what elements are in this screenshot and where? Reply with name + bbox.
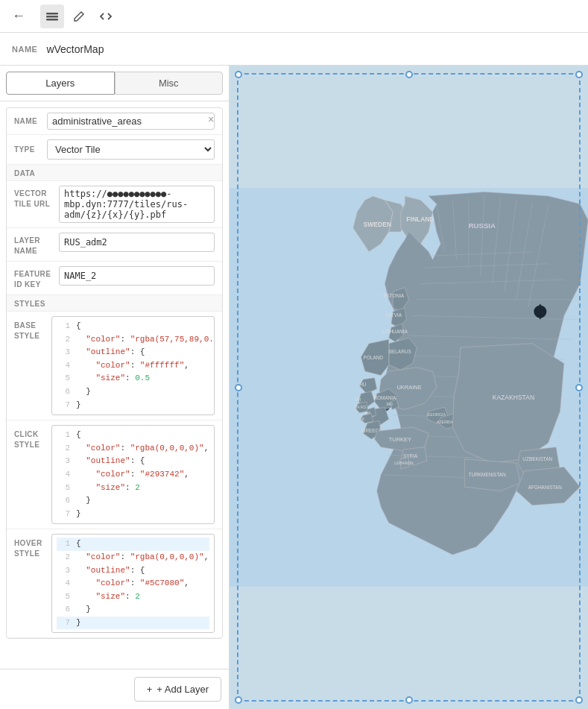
click-style-label: ClickStyle <box>14 425 51 450</box>
code-icon <box>98 9 113 24</box>
edit-toolbar-button[interactable] <box>67 4 91 28</box>
name-row-label: NAME <box>14 117 47 125</box>
svg-rect-1 <box>46 16 58 18</box>
svg-text:FINLAND: FINLAND <box>406 215 434 223</box>
layer-card: × NAME TYPE Vector Tile GeoJSON WMS D <box>6 107 223 639</box>
svg-text:MD: MD <box>387 402 393 406</box>
widget-name-value: wVectorMap <box>46 43 104 55</box>
panel-content: × NAME TYPE Vector Tile GeoJSON WMS D <box>0 101 229 669</box>
layer-name-input[interactable] <box>59 233 215 252</box>
styles-section-header: STYLES <box>7 295 222 312</box>
add-layer-icon: + <box>147 684 153 695</box>
svg-text:TURKEY: TURKEY <box>389 436 411 443</box>
svg-text:UZBEKISTAN: UZBEKISTAN <box>522 456 552 461</box>
svg-text:HU: HU <box>359 382 367 387</box>
map-area: SWEDEN FINLAND <box>230 66 588 709</box>
data-section-header: DATA <box>7 165 222 181</box>
name-bar: NAME wVectorMap <box>0 33 588 66</box>
layers-icon <box>45 9 60 24</box>
svg-text:BA RS: BA RS <box>355 405 367 409</box>
tabs-bar: Layers Misc <box>0 66 229 101</box>
base-style-editor[interactable]: 1{ 2 "color": "rgba(57,75,89,0.52)", 3 "… <box>51 316 215 415</box>
click-style-editor[interactable]: 1{ 2 "color": "rgba(0,0,0,0)", 3 "outlin… <box>51 425 215 524</box>
hover-style-editor[interactable]: 1{ 2 "color": "rgba(0,0,0,0)", 3 "outlin… <box>51 534 215 633</box>
feature-id-input[interactable] <box>59 266 215 286</box>
main-layout: Layers Misc × NAME TYPE Vector Tile GeoJ… <box>0 66 588 709</box>
tab-layers[interactable]: Layers <box>6 72 115 95</box>
name-row: NAME <box>7 108 222 135</box>
name-field-label: NAME <box>12 45 37 54</box>
vector-tile-url-label: VectorTile URL <box>14 186 59 209</box>
feature-id-row: FeatureId Key <box>7 262 222 295</box>
svg-text:GEORGIA: GEORGIA <box>427 412 446 417</box>
toolbar: ← <box>0 0 588 33</box>
back-button[interactable]: ← <box>9 5 28 27</box>
add-layer-bar: + + Add Layer <box>0 669 229 709</box>
vector-tile-url-row: VectorTile URL https://●●●●●●●●●●●-mbp.d… <box>7 181 222 228</box>
svg-text:BELARUS: BELARUS <box>389 349 411 354</box>
left-panel: Layers Misc × NAME TYPE Vector Tile GeoJ… <box>0 66 230 709</box>
svg-text:RUSSIA: RUSSIA <box>469 221 496 230</box>
name-input[interactable] <box>47 113 215 130</box>
svg-text:POLAND: POLAND <box>364 355 384 360</box>
click-style-row: ClickStyle 1{ 2 "color": "rgba(0,0,0,0)"… <box>7 420 222 529</box>
svg-text:SWEDEN: SWEDEN <box>364 221 392 228</box>
layer-name-label: LayerName <box>14 233 59 256</box>
hover-style-row: HoverStyle 1{ 2 "color": "rgba(0,0,0,0)"… <box>7 529 222 638</box>
code-toolbar-button[interactable] <box>94 4 118 28</box>
svg-text:LEBANON: LEBANON <box>394 461 414 465</box>
svg-text:UKRAINE: UKRAINE <box>396 384 421 391</box>
vector-tile-url-input[interactable]: https://●●●●●●●●●●●-mbp.dyn:7777/tiles/r… <box>59 186 215 223</box>
svg-text:SYRIA: SYRIA <box>403 453 418 459</box>
edit-icon <box>72 9 86 24</box>
hover-style-label: HoverStyle <box>14 534 51 559</box>
map-svg: SWEDEN FINLAND <box>230 66 588 709</box>
svg-text:HR: HR <box>355 397 361 402</box>
base-style-label: BaseStyle <box>14 316 51 341</box>
tab-misc[interactable]: Misc <box>115 72 224 95</box>
svg-text:LITHUANIA: LITHUANIA <box>382 329 408 334</box>
svg-rect-0 <box>46 13 58 15</box>
svg-text:AFGHANISTAN: AFGHANISTAN <box>528 485 562 490</box>
layer-close-button[interactable]: × <box>204 113 218 126</box>
layers-toolbar-button[interactable] <box>40 4 64 28</box>
svg-text:TURKMENISTAN: TURKMENISTAN <box>469 472 506 477</box>
add-layer-button[interactable]: + + Add Layer <box>134 677 221 702</box>
svg-rect-2 <box>46 19 58 21</box>
svg-text:ESTONIA: ESTONIA <box>383 293 405 298</box>
svg-text:ROMANIA: ROMANIA <box>373 395 396 400</box>
base-style-row: BaseStyle 1{ 2 "color": "rgba(57,75,89,0… <box>7 312 222 420</box>
toolbar-icons <box>40 4 118 28</box>
type-select[interactable]: Vector Tile GeoJSON WMS <box>47 139 215 160</box>
type-row-label: TYPE <box>14 145 47 154</box>
svg-text:LATVIA: LATVIA <box>386 312 402 318</box>
type-row: TYPE Vector Tile GeoJSON WMS <box>7 135 222 165</box>
feature-id-label: FeatureId Key <box>14 266 59 290</box>
svg-text:AK: AK <box>359 417 365 421</box>
add-layer-label: + Add Layer <box>157 684 209 695</box>
svg-text:KAZAKHSTAN: KAZAKHSTAN <box>493 394 534 401</box>
layer-name-row: LayerName <box>7 228 222 262</box>
